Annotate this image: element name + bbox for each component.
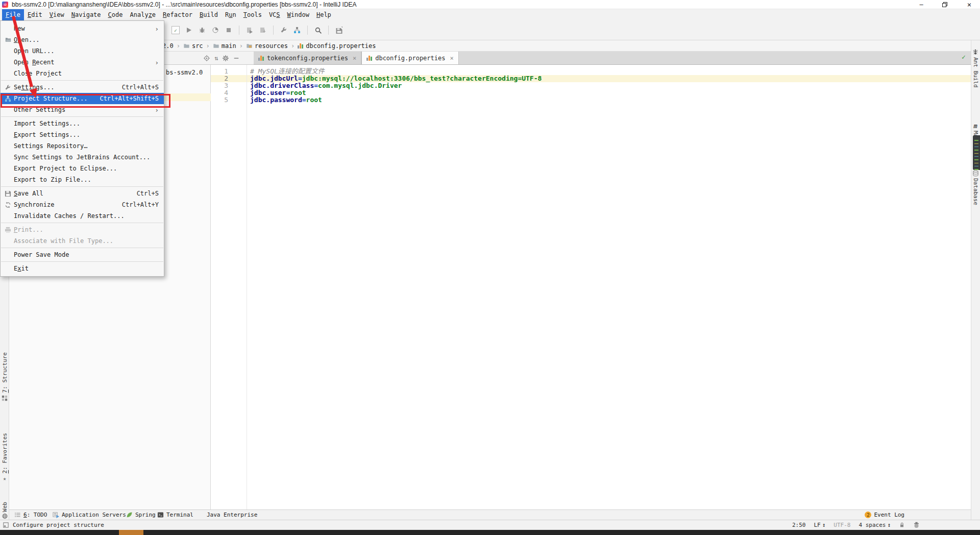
- tool-button-favorites[interactable]: 2: Favorites ★: [0, 433, 9, 504]
- menu-item-close-project[interactable]: Close Project: [1, 68, 164, 79]
- menu-item-associate-file-type[interactable]: Associate with File Type...: [1, 235, 164, 247]
- locate-icon[interactable]: [203, 55, 210, 62]
- menu-item-export-to-eclipse[interactable]: Export Project to Eclipse...: [1, 163, 164, 174]
- status-bar: Configure project structure 2:50 LF↕ UTF…: [0, 520, 980, 530]
- collapse-all-icon[interactable]: ⇅: [214, 55, 218, 62]
- menu-tools[interactable]: Tools: [240, 9, 265, 20]
- event-log-button[interactable]: 2 Event Log: [865, 510, 904, 520]
- indent-selector[interactable]: 4 spaces↕: [859, 522, 891, 528]
- menu-view[interactable]: View: [46, 9, 68, 20]
- project-tree-root[interactable]: bs-ssmv2.0: [166, 69, 203, 76]
- breadcrumb-file[interactable]: dbconfig.properties: [298, 42, 376, 50]
- tool-button-web[interactable]: Web: [0, 502, 9, 519]
- taskbar-app-indicator: [119, 530, 143, 535]
- run-configuration-combo[interactable]: ✓: [172, 26, 180, 34]
- menu-item-exit[interactable]: Exit: [1, 263, 164, 274]
- settings-button[interactable]: [280, 26, 288, 34]
- run-with-coverage-button[interactable]: [211, 26, 219, 34]
- deploy-icon: [259, 27, 266, 34]
- run-button[interactable]: [185, 26, 193, 34]
- menu-item-import-settings[interactable]: Import Settings...: [1, 118, 164, 129]
- menu-edit[interactable]: Edit: [24, 9, 46, 20]
- menu-refactor[interactable]: Refactor: [159, 9, 196, 20]
- line-number[interactable]: 4: [211, 89, 237, 96]
- menu-item-print[interactable]: Print...: [1, 224, 164, 235]
- project-structure-icon: [293, 27, 301, 34]
- tab-dbconfig-properties[interactable]: dbconfig.properties ×: [361, 52, 459, 64]
- status-message: Configure project structure: [13, 522, 104, 528]
- menu-build[interactable]: Build: [196, 9, 222, 20]
- tool-button-structure[interactable]: 7: Structure: [0, 352, 9, 425]
- hector-inspector-icon[interactable]: [913, 522, 920, 528]
- menu-item-open-url[interactable]: Open URL...: [1, 45, 164, 57]
- caret-position[interactable]: 2:50: [792, 522, 806, 528]
- windows-taskbar-sliver: [0, 530, 980, 535]
- tab-tokenconfig-properties[interactable]: tokenconfig.properties ×: [254, 52, 361, 64]
- menu-item-new[interactable]: New›: [1, 23, 164, 34]
- menu-vcs[interactable]: VCS: [265, 9, 284, 20]
- tool-button-terminal[interactable]: Terminal: [157, 510, 193, 520]
- breadcrumb-src[interactable]: src: [183, 42, 203, 50]
- line-separator-selector[interactable]: LF↕: [814, 522, 825, 528]
- menu-run[interactable]: Run: [222, 9, 240, 20]
- project-structure-button[interactable]: [293, 26, 301, 34]
- menu-analyze[interactable]: Analyze: [127, 9, 160, 20]
- toolwindow-toggle-icon[interactable]: [3, 522, 9, 528]
- menu-item-synchronize[interactable]: SynchronizeCtrl+Alt+Y: [1, 199, 164, 210]
- line-number[interactable]: 3: [211, 82, 237, 89]
- tool-button-ant-build[interactable]: Ant Build: [971, 48, 980, 102]
- tool-button-todo[interactable]: 6: TODO: [14, 510, 47, 520]
- database-icon: [972, 170, 979, 177]
- gear-icon[interactable]: [222, 55, 229, 62]
- menu-item-settings[interactable]: Settings...Ctrl+Alt+S: [1, 82, 164, 93]
- debug-button[interactable]: [198, 26, 206, 34]
- file-encoding[interactable]: UTF-8: [834, 522, 850, 528]
- lock-icon[interactable]: [899, 522, 905, 528]
- menu-item-power-save-mode[interactable]: Power Save Mode: [1, 249, 164, 260]
- tool-button-database[interactable]: Database: [971, 170, 980, 218]
- save-all-button[interactable]: [335, 26, 343, 34]
- search-everywhere-button[interactable]: [314, 26, 322, 34]
- menu-item-export-settings[interactable]: Export Settings...: [1, 129, 164, 140]
- inspection-status-icon[interactable]: ✓: [962, 53, 966, 61]
- menu-item-sync-settings[interactable]: Sync Settings to JetBrains Account...: [1, 152, 164, 163]
- close-tab-icon[interactable]: ×: [450, 55, 453, 62]
- run-icon: [185, 27, 192, 34]
- properties-file-icon: [298, 43, 304, 49]
- structure-label: 7: Structure: [2, 352, 8, 393]
- editor[interactable]: 1 # MySQL连接的配置文件 2 jdbc.jdbcUrl=jdbc:mys…: [211, 65, 971, 509]
- minimize-button[interactable]: —: [914, 0, 929, 9]
- combo-check-icon: ✓: [174, 28, 177, 33]
- menu-item-open[interactable]: Open...: [1, 34, 164, 45]
- menu-file[interactable]: File: [2, 9, 24, 20]
- menu-navigate[interactable]: Navigate: [68, 9, 105, 20]
- menu-code[interactable]: Code: [105, 9, 127, 20]
- close-button[interactable]: ×: [962, 0, 977, 9]
- stop-button[interactable]: [225, 26, 233, 34]
- breadcrumb-main[interactable]: main: [213, 42, 236, 50]
- close-tab-icon[interactable]: ×: [353, 55, 356, 62]
- breadcrumb-separator-icon: ›: [177, 42, 180, 50]
- project-tree-selected-row[interactable]: [164, 93, 211, 101]
- line-number[interactable]: 1: [211, 68, 237, 75]
- tool-button-spring[interactable]: Spring: [126, 510, 156, 520]
- tool-button-java-enterprise[interactable]: Java Enterprise: [207, 510, 257, 520]
- sync-icon: [5, 202, 11, 208]
- submenu-arrow-icon: ›: [155, 25, 159, 33]
- menu-item-invalidate-caches[interactable]: Invalidate Caches / Restart...: [1, 210, 164, 222]
- line-number[interactable]: 2: [211, 75, 237, 82]
- tool-button-application-servers[interactable]: Application Servers: [53, 510, 126, 520]
- line-number[interactable]: 5: [211, 96, 237, 104]
- deploy-button[interactable]: [259, 26, 267, 34]
- menu-item-export-to-zip[interactable]: Export to Zip File...: [1, 174, 164, 185]
- menu-window[interactable]: Window: [284, 9, 313, 20]
- menu-help[interactable]: Help: [313, 9, 335, 20]
- run-on-server-button[interactable]: [246, 26, 254, 34]
- breadcrumb-resources[interactable]: resources: [246, 42, 288, 50]
- restore-button[interactable]: [937, 0, 952, 9]
- menu-item-save-all[interactable]: Save AllCtrl+S: [1, 188, 164, 199]
- menu-separator: [1, 80, 163, 81]
- menu-item-open-recent[interactable]: Open Recent›: [1, 57, 164, 68]
- hide-panel-icon[interactable]: [233, 55, 239, 61]
- menu-item-settings-repository[interactable]: Settings Repository…: [1, 140, 164, 152]
